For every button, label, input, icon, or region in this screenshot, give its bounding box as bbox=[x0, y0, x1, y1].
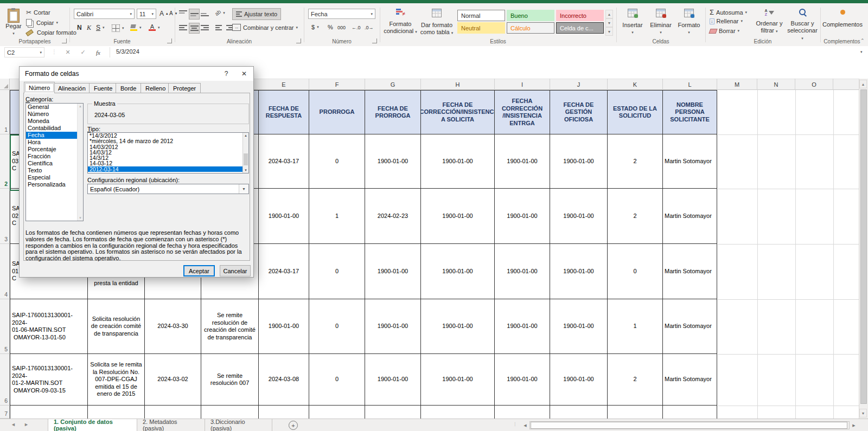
column-header-O[interactable]: O bbox=[795, 79, 833, 90]
style-good[interactable]: Bueno bbox=[507, 10, 554, 21]
cell-G5[interactable]: 1900-01-00 bbox=[365, 299, 421, 354]
cell-I2[interactable]: 1900-01-00 bbox=[495, 134, 550, 189]
align-right-button[interactable] bbox=[200, 23, 209, 33]
thousands-format-button[interactable]: 000 bbox=[337, 25, 346, 30]
tab-fuente[interactable]: Fuente bbox=[89, 83, 117, 93]
fill-color-button[interactable]: ▾ bbox=[130, 24, 142, 31]
column-header-H[interactable]: H bbox=[421, 79, 495, 90]
decrease-font-button[interactable]: A▾ bbox=[169, 10, 177, 16]
sort-filter-button[interactable]: AZ Ordenar y filtrar ▾ bbox=[755, 9, 783, 35]
underline-button[interactable]: S ▾ bbox=[96, 24, 105, 31]
cell-J4[interactable]: 1900-01-00 bbox=[550, 244, 608, 299]
clear-button[interactable]: Borrar ▾ bbox=[710, 28, 739, 34]
cell-H2[interactable]: 1900-01-00 bbox=[421, 134, 495, 189]
cell-D6[interactable]: Se remite resolución 007 bbox=[201, 354, 259, 406]
cell-F1[interactable]: PRORROGA bbox=[309, 90, 365, 134]
delete-cells-button[interactable]: Eliminar ▾ bbox=[648, 9, 674, 36]
cell-C7[interactable] bbox=[145, 406, 201, 419]
category-item[interactable]: Fracción bbox=[26, 153, 83, 160]
cell-K3[interactable]: 2 bbox=[608, 189, 663, 244]
row-header-2[interactable]: 2 bbox=[0, 134, 10, 189]
cell-K2[interactable]: 2 bbox=[608, 134, 663, 189]
align-center-button[interactable] bbox=[189, 23, 200, 34]
cell-J2[interactable]: 1900-01-00 bbox=[550, 134, 608, 189]
merge-center-button[interactable]: ↔ Combinar y centrar ▾ bbox=[232, 24, 298, 31]
cell-E4[interactable]: 2024-03-17 bbox=[259, 244, 309, 299]
sheet-tab-conjunto-de-datos[interactable]: 1. Conjunto de datos (pasiva) bbox=[48, 419, 137, 431]
cell-H1[interactable]: FECHA DE CORRECCIÓN/INSISTENCI A SOLICIT… bbox=[421, 90, 495, 134]
column-header-G[interactable]: G bbox=[365, 79, 421, 90]
category-item[interactable]: Contabilidad bbox=[26, 125, 83, 132]
cell-I1[interactable]: FECHA CORRECCIÓN /INSISTENCIA ENTRGA bbox=[495, 90, 550, 134]
cell-A7[interactable] bbox=[10, 406, 88, 419]
middle-align-button[interactable] bbox=[189, 9, 200, 20]
cell-F6[interactable]: 0 bbox=[309, 354, 365, 406]
column-header-K[interactable]: K bbox=[608, 79, 663, 90]
enter-entry-button[interactable]: ✓ bbox=[76, 47, 90, 57]
autosum-button[interactable]: Σ Autosuma ▾ bbox=[710, 8, 747, 16]
cell-H7[interactable] bbox=[421, 406, 495, 419]
insert-function-button[interactable]: fx bbox=[91, 47, 105, 57]
tab-borde[interactable]: Borde bbox=[116, 83, 141, 93]
find-select-button[interactable]: Buscar y seleccionar ▾ bbox=[786, 9, 819, 42]
bottom-align-button[interactable] bbox=[200, 9, 209, 18]
column-header-E[interactable]: E bbox=[259, 79, 309, 90]
cell-J1[interactable]: FECHA DE GESTIÓN OFICIOSA bbox=[550, 90, 608, 134]
font-size-combo[interactable]: 11 ▾ bbox=[137, 9, 156, 19]
cell-I6[interactable]: 1900-01-00 bbox=[495, 354, 550, 406]
row-header-4[interactable]: 4 bbox=[0, 244, 10, 299]
cell-I7[interactable] bbox=[495, 406, 550, 419]
wrap-text-button[interactable]: Ajustar texto bbox=[232, 8, 281, 20]
cell-E1[interactable]: FECHA DE RESPUESTA bbox=[259, 90, 309, 134]
cell-L3[interactable]: Martin Sotomayor bbox=[663, 189, 717, 244]
gallery-up-button[interactable]: ▲ bbox=[605, 10, 613, 18]
column-header-F[interactable]: F bbox=[309, 79, 365, 90]
cell-J5[interactable]: 1900-01-00 bbox=[550, 299, 608, 354]
format-cells-button[interactable]: Formato ▾ bbox=[676, 9, 702, 36]
cell-J6[interactable]: 1900-01-00 bbox=[550, 354, 608, 406]
cell-G2[interactable]: 1900-01-00 bbox=[365, 134, 421, 189]
cell-G7[interactable] bbox=[365, 406, 421, 419]
category-item[interactable]: Hora bbox=[26, 139, 83, 146]
font-dialog-launcher[interactable] bbox=[167, 38, 172, 43]
cancel-entry-button[interactable]: ✕ bbox=[61, 47, 75, 57]
cancel-button[interactable]: Cancelar bbox=[220, 265, 251, 276]
cell-L7[interactable] bbox=[663, 406, 717, 419]
copy-button[interactable]: Copiar ▾ bbox=[26, 19, 58, 26]
horizontal-scroll-thumb[interactable] bbox=[531, 422, 847, 429]
sheet-nav-left-icon[interactable]: ◄ bbox=[11, 422, 16, 427]
row-header-3[interactable]: 3 bbox=[0, 189, 10, 244]
cell-B6[interactable]: Solicita se le remita la Resolución No. … bbox=[88, 354, 145, 406]
format-painter-button[interactable]: Copiar formato bbox=[26, 29, 76, 36]
column-header-J[interactable]: J bbox=[550, 79, 608, 90]
row-header-1[interactable]: 1 bbox=[0, 90, 10, 134]
column-header-I[interactable]: I bbox=[495, 79, 550, 90]
category-item[interactable]: Moneda bbox=[26, 118, 83, 125]
top-align-button[interactable] bbox=[178, 9, 188, 18]
hscroll-left-icon[interactable]: ◀ bbox=[521, 421, 529, 429]
cell-F3[interactable]: 1 bbox=[309, 189, 365, 244]
gallery-down-button[interactable]: ▼ bbox=[605, 18, 613, 27]
style-neutral[interactable]: Neutral bbox=[457, 22, 505, 34]
cell-G3[interactable]: 2024-02-23 bbox=[365, 189, 421, 244]
category-item[interactable]: Especial bbox=[26, 174, 83, 181]
type-listbox[interactable]: *14/3/2012 *miércoles, 14 de marzo de 20… bbox=[87, 132, 249, 173]
increase-font-button[interactable]: A▴ bbox=[159, 10, 168, 17]
type-item[interactable]: 14/03/2012 bbox=[88, 144, 248, 150]
expand-formula-bar-icon[interactable]: ▾ bbox=[860, 50, 863, 54]
currency-format-button[interactable]: $ ▾ bbox=[311, 24, 319, 30]
cell-G6[interactable]: 1900-01-00 bbox=[365, 354, 421, 406]
paste-button[interactable]: Pegar ▾ bbox=[3, 9, 24, 37]
cell-K5[interactable]: 1 bbox=[608, 299, 663, 354]
tab-numero[interactable]: Número bbox=[24, 82, 55, 93]
cell-L2[interactable]: Martin Sotomayor bbox=[663, 134, 717, 189]
cell-J3[interactable]: 1900-01-00 bbox=[550, 189, 608, 244]
style-calculation[interactable]: Cálculo bbox=[507, 22, 554, 34]
clipboard-dialog-launcher[interactable] bbox=[62, 38, 67, 43]
tab-alineacion[interactable]: Alineación bbox=[53, 83, 91, 93]
cell-J7[interactable] bbox=[550, 406, 608, 419]
font-color-button[interactable]: A ▾ bbox=[149, 24, 160, 31]
cell-H3[interactable]: 1900-01-00 bbox=[421, 189, 495, 244]
category-item[interactable]: Texto bbox=[26, 167, 83, 174]
cell-E5[interactable]: 1900-01-00 bbox=[259, 299, 309, 354]
